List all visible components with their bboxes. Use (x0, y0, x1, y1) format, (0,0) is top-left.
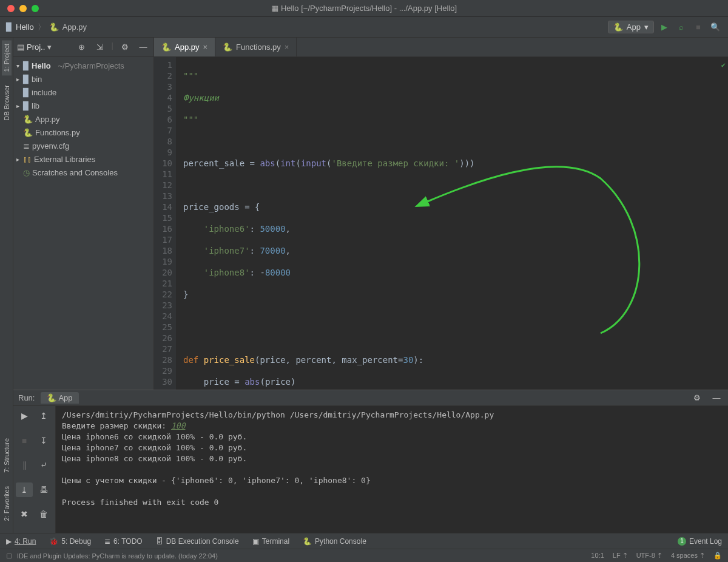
project-tree[interactable]: ▾▉ Hello ~/PycharmProjects ▸▉ bin ▉ incl… (13, 57, 153, 182)
editor-area: 🐍 App.py × 🐍 Functions.py × ✔︎ 123456789… (154, 38, 728, 390)
run-button[interactable]: ▶ (658, 21, 671, 34)
favorites-toolwindow-tab[interactable]: 2: Favorites (2, 482, 12, 524)
db-console-button[interactable]: 🗄 DB Execution Console (156, 537, 239, 546)
tab-functions[interactable]: 🐍 Functions.py × (215, 38, 297, 56)
gutter: 1234567891011121314151617181920212223242… (154, 57, 176, 390)
close-icon[interactable]: × (285, 42, 289, 52)
tab-label: App.py (175, 42, 199, 52)
project-sidebar: ▤ Proj.. ▾ ⊕ ⇲ | ⚙ — ▾▉ Hello ~/PycharmP… (13, 38, 154, 390)
close-icon[interactable]: × (203, 42, 207, 52)
tree-file-pyvenv[interactable]: pyvenv.cfg (32, 140, 69, 152)
code-editor[interactable]: ✔︎ 1234567891011121314151617181920212223… (154, 57, 728, 390)
console-output[interactable]: /Users/dmitriy/PycharmProjects/Hello/bin… (56, 406, 728, 533)
window-title: ▦ Hello [~/PycharmProjects/Hello] - .../… (271, 4, 457, 13)
locate-icon[interactable]: ⊕ (75, 41, 89, 54)
breadcrumb[interactable]: ▉ Hello 〉 🐍 App.py (6, 22, 87, 33)
event-log-button[interactable]: 1 Event Log (678, 537, 722, 546)
terminal-toolwindow-button[interactable]: ▣ Terminal (252, 537, 289, 546)
run-toolwindow-button[interactable]: ▶ 4: Run (6, 537, 36, 546)
toolwindows-toggle-icon[interactable]: ▢ (6, 552, 12, 560)
rerun-button[interactable]: ▶ (16, 408, 33, 423)
debug-toolwindow-button[interactable]: 🐞 5: Debug (49, 537, 91, 546)
chevron-down-icon[interactable]: ▾ (47, 42, 52, 52)
run-toolwindow-header: Run: 🐍 App ⚙ — (13, 390, 728, 406)
indent-setting[interactable]: 4 spaces ⇡ (671, 552, 705, 560)
status-message: IDE and Plugin Updates: PyCharm is ready… (17, 552, 218, 560)
step-up-icon[interactable]: ↥ (35, 408, 52, 423)
structure-toolwindow-tab[interactable]: 7: Structure (2, 435, 12, 476)
navigation-bar: ▉ Hello 〉 🐍 App.py 🐍 App ▾ ▶ ⌕ ■ 🔍 (0, 17, 728, 38)
gear-icon[interactable]: ⚙ (690, 391, 704, 405)
python-console-button[interactable]: 🐍 Python Console (303, 537, 366, 546)
tree-root-path: ~/PycharmProjects (58, 60, 124, 72)
console-stdin: 100 (171, 421, 185, 430)
caret-position[interactable]: 10:1 (591, 552, 604, 560)
step-down-icon[interactable]: ↧ (35, 433, 52, 448)
pause-button[interactable]: ∥ (16, 458, 33, 472)
project-toolwindow-tab[interactable]: 1: Project (2, 40, 12, 75)
stop-button[interactable]: ■ (16, 433, 33, 448)
tree-folder-bin[interactable]: bin (32, 73, 42, 86)
tree-folder-lib[interactable]: lib (32, 100, 39, 112)
traffic-lights (0, 5, 39, 12)
gear-icon[interactable]: ⚙ (118, 41, 132, 54)
run-configuration-selector[interactable]: 🐍 App ▾ (608, 21, 654, 33)
print-icon[interactable]: 🖶 (35, 482, 52, 497)
app-icon: ▦ (271, 4, 278, 13)
bottom-toolwindow-stripe: ▶ 4: Run 🐞 5: Debug ≣ 6: TODO 🗄 DB Execu… (0, 533, 728, 549)
tree-folder-include[interactable]: include (32, 87, 56, 99)
status-bar: ▢ IDE and Plugin Updates: PyCharm is rea… (0, 549, 728, 562)
tab-app[interactable]: 🐍 App.py × (154, 38, 215, 56)
lock-icon[interactable]: 🔒 (713, 552, 722, 560)
project-icon: ▤ (17, 42, 24, 52)
scroll-to-end-icon[interactable]: ⤓ (16, 482, 33, 497)
zoom-window-icon[interactable] (32, 5, 39, 12)
trash-icon[interactable]: 🗑 (35, 507, 52, 521)
minimize-window-icon[interactable] (19, 5, 27, 12)
debug-button[interactable]: ⌕ (675, 21, 688, 34)
python-file-icon: 🐍 (49, 22, 59, 32)
close-icon[interactable]: ✖ (16, 507, 33, 521)
db-browser-toolwindow-tab[interactable]: DB Browser (2, 81, 12, 124)
search-everywhere-icon[interactable]: 🔍 (709, 21, 722, 34)
run-tab[interactable]: 🐍 App (41, 392, 78, 404)
todo-toolwindow-button[interactable]: ≣ 6: TODO (104, 537, 143, 546)
hide-icon[interactable]: — (136, 41, 150, 54)
hide-icon[interactable]: — (710, 391, 723, 405)
tree-external-libs[interactable]: External Libraries (34, 154, 95, 166)
run-toolwindow-sidebar: ▶ ↥ ■ ↧ ∥ ⤶ ⤓ 🖶 ✖ 🗑 (13, 406, 56, 533)
file-encoding[interactable]: UTF-8 ⇡ (636, 552, 662, 560)
soft-wrap-icon[interactable]: ⤶ (35, 458, 52, 472)
python-icon: 🐍 (613, 22, 623, 32)
run-config-label: App (627, 22, 641, 32)
line-separator[interactable]: LF ⇡ (613, 552, 628, 560)
chevron-down-icon: ▾ (644, 22, 649, 32)
project-sidebar-header: ▤ Proj.. ▾ ⊕ ⇲ | ⚙ — (13, 38, 153, 57)
project-tool-title: Proj.. (27, 42, 45, 52)
editor-tabs: 🐍 App.py × 🐍 Functions.py × (154, 38, 728, 57)
chevron-right-icon: 〉 (38, 22, 46, 33)
toolbar-right: 🐍 App ▾ ▶ ⌕ ■ 🔍 (608, 21, 722, 34)
breadcrumb-file[interactable]: App.py (62, 22, 87, 32)
tree-file-app[interactable]: App.py (35, 113, 59, 126)
collapse-all-icon[interactable]: ⇲ (93, 41, 107, 54)
stop-button[interactable]: ■ (692, 21, 705, 34)
code-content[interactable]: """ Функции """ percent_sale = abs(int(i… (176, 57, 728, 390)
close-window-icon[interactable] (7, 5, 15, 12)
run-toolwindow: Run: 🐍 App ⚙ — ▶ ↥ ■ ↧ ∥ ⤶ ⤓ 🖶 (13, 390, 728, 533)
left-toolwindow-stripe: 1: Project DB Browser 7: Structure 2: Fa… (0, 38, 13, 533)
tree-file-functions[interactable]: Functions.py (35, 127, 80, 139)
window-titlebar: ▦ Hello [~/PycharmProjects/Hello] - .../… (0, 0, 728, 17)
tree-root[interactable]: Hello (32, 60, 51, 72)
run-label: Run: (18, 393, 35, 402)
tab-label: Functions.py (236, 42, 281, 52)
folder-icon: ▉ (6, 22, 12, 32)
breadcrumb-project[interactable]: Hello (16, 22, 34, 32)
tree-scratches[interactable]: Scratches and Consoles (32, 167, 118, 179)
